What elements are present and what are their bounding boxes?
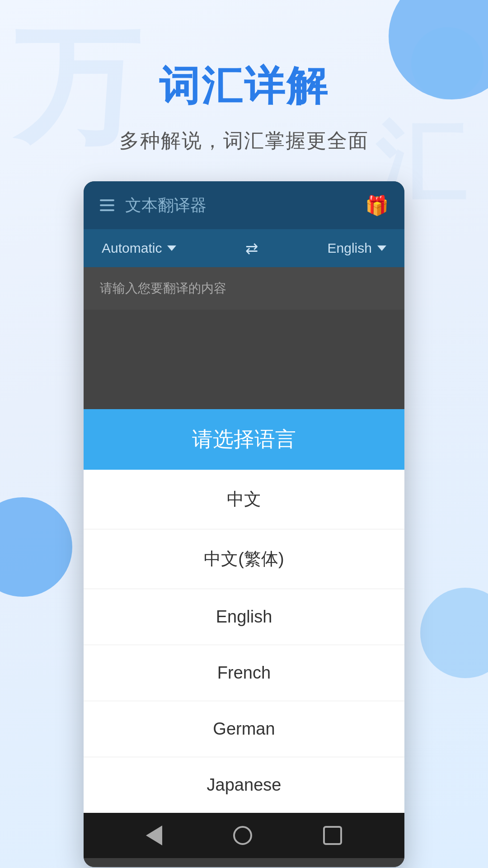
language-option-german[interactable]: German [84, 701, 404, 757]
language-option-english[interactable]: English [84, 589, 404, 645]
hamburger-line-1 [100, 199, 114, 201]
hero-section: 词汇详解 多种解说，词汇掌握更全面 [0, 0, 488, 154]
hamburger-line-3 [100, 209, 114, 211]
source-language-selector[interactable]: Automatic [102, 241, 176, 256]
gift-button[interactable]: 🎁 [366, 194, 388, 217]
dialog-title: 请选择语言 [192, 427, 296, 451]
hamburger-menu-button[interactable] [100, 199, 114, 211]
swap-languages-button[interactable]: ⇄ [245, 239, 258, 257]
language-selection-dialog: 请选择语言 中文 中文(繁体) English French German Ja… [84, 409, 404, 813]
target-language-selector[interactable]: English [328, 241, 386, 256]
back-button[interactable] [146, 826, 162, 845]
bg-circle-bottom-left [0, 497, 72, 597]
language-option-chinese-traditional[interactable]: 中文(繁体) [84, 529, 404, 589]
hero-title: 词汇详解 [0, 59, 488, 114]
translation-input-area[interactable]: 请输入您要翻译的内容 [84, 267, 404, 310]
bottom-area [84, 858, 404, 867]
dialog-header: 请选择语言 [84, 409, 404, 470]
recent-apps-button[interactable] [323, 826, 342, 845]
source-language-chevron-icon [167, 245, 176, 251]
language-option-chinese[interactable]: 中文 [84, 470, 404, 529]
dialog-backdrop [84, 310, 404, 409]
app-bar-left: 文本翻译器 [100, 194, 206, 217]
bottom-navigation-bar [84, 813, 404, 858]
phone-mockup: 文本翻译器 🎁 Automatic ⇄ English 请输入您要翻译的内容 请… [84, 181, 404, 867]
target-language-chevron-icon [377, 245, 386, 251]
hamburger-line-2 [100, 204, 114, 206]
bg-circle-bottom-right [420, 588, 488, 678]
source-language-text: Automatic [102, 241, 162, 256]
language-bar: Automatic ⇄ English [84, 229, 404, 267]
language-option-japanese[interactable]: Japanese [84, 757, 404, 813]
target-language-text: English [328, 241, 372, 256]
language-option-french[interactable]: French [84, 645, 404, 701]
input-placeholder-text: 请输入您要翻译的内容 [100, 281, 226, 295]
hero-subtitle: 多种解说，词汇掌握更全面 [0, 127, 488, 154]
home-button[interactable] [233, 826, 252, 845]
app-title: 文本翻译器 [125, 194, 206, 217]
language-list: 中文 中文(繁体) English French German Japanese [84, 470, 404, 813]
app-bar: 文本翻译器 🎁 [84, 181, 404, 229]
